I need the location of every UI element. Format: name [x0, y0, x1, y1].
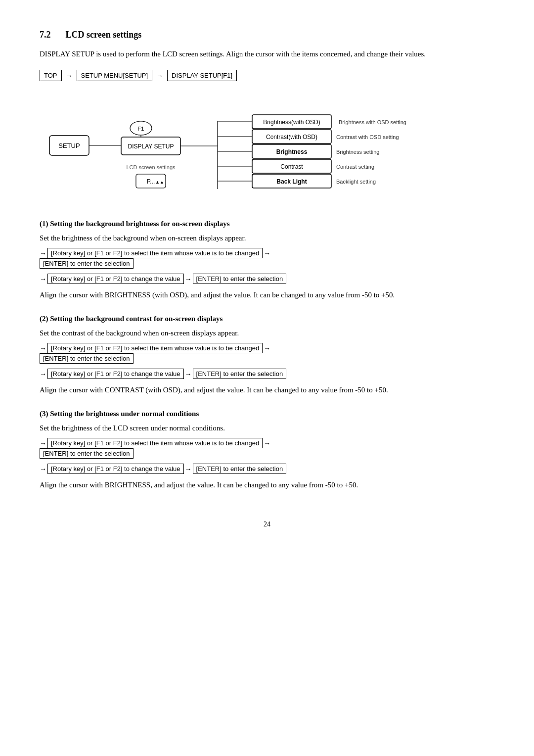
subsection-3-flow1: → [Rotary key] or [F1 or F2] to select t… — [40, 438, 494, 448]
flow2-box1: [Rotary key] or [F1 or F2] to change the… — [47, 274, 184, 284]
subsection-2-flow1: → [Rotary key] or [F1 or F2] to select t… — [40, 343, 494, 353]
s2-flow1-box1: [Rotary key] or [F1 or F2] to select the… — [47, 343, 263, 353]
s3-flow2-box1: [Rotary key] or [F1 or F2] to change the… — [47, 464, 184, 474]
subsection-2-flow2: → [Rotary key] or [F1 or F2] to change t… — [40, 369, 494, 379]
s3-flow1-arrow2: → — [264, 439, 270, 447]
svg-text:▲▲: ▲▲ — [155, 180, 164, 185]
section-number: 7.2 — [40, 30, 51, 40]
lcd-label: LCD screen settings — [126, 164, 176, 170]
flow1-arrow1: → — [40, 249, 46, 257]
breadcrumb: TOP → SETUP MENU[SETUP] → DISPLAY SETUP[… — [40, 70, 494, 81]
subsection-1-body: Align the cursor with BRIGHTNESS (with O… — [40, 289, 494, 301]
s2-flow2-arrow1: → — [40, 370, 46, 378]
intro-text: DISPLAY SETUP is used to perform the LCD… — [40, 48, 494, 60]
s2-flow2-box1: [Rotary key] or [F1 or F2] to change the… — [47, 369, 184, 379]
menu-desc-2: Contrast with OSD setting — [336, 134, 399, 140]
s3-flow1-arrow1: → — [40, 439, 46, 447]
subsection-2-title: (2) Setting the background contrast for … — [40, 315, 494, 323]
s3-flow2-arrow2: → — [185, 465, 192, 473]
subsection-1-intro: Set the brightness of the background whe… — [40, 232, 494, 244]
flow1-box1: [Rotary key] or [F1 or F2] to select the… — [47, 248, 263, 258]
s2-flow1-box2-standalone: [ENTER] to enter the selection — [40, 353, 134, 364]
p-label: P... — [147, 178, 155, 185]
subsection-2-body: Align the cursor with CONTRAST (with OSD… — [40, 384, 494, 396]
subsection-2-intro: Set the contrast of the background when … — [40, 327, 494, 339]
flow1-arrow2: → — [264, 249, 270, 257]
s3-flow2-arrow1: → — [40, 465, 46, 473]
subsection-1-flow1: → [Rotary key] or [F1 or F2] to select t… — [40, 248, 494, 258]
s2-flow2-arrow2: → — [185, 370, 192, 378]
menu-item-5: Back Light — [276, 178, 307, 185]
breadcrumb-top: TOP — [40, 70, 62, 81]
subsection-1: (1) Setting the background brightness fo… — [40, 220, 494, 301]
breadcrumb-display-setup: DISPLAY SETUP[F1] — [167, 70, 237, 81]
subsection-3-flow2: → [Rotary key] or [F1 or F2] to change t… — [40, 464, 494, 474]
menu-desc-4: Contrast setting — [336, 164, 374, 170]
subsection-3-body: Align the cursor with BRIGHTNESS, and ad… — [40, 479, 494, 491]
flow2-arrow1: → — [40, 275, 46, 283]
subsection-3-title: (3) Setting the brightness under normal … — [40, 410, 494, 418]
display-setup-label: DISPLAY SETUP — [128, 143, 174, 150]
s3-flow1-box2-standalone: [ENTER] to enter the selection — [40, 448, 134, 459]
section-title: LCD screen settings — [66, 30, 142, 40]
subsection-1-flow1b: [ENTER] to enter the selection — [40, 258, 494, 269]
s2-flow2-box2: [ENTER] to enter the selection — [193, 369, 287, 379]
s2-flow1-arrow1: → — [40, 344, 46, 352]
f1-label: F1 — [138, 126, 144, 132]
flow1-box2-standalone: [ENTER] to enter the selection — [40, 258, 134, 269]
s3-flow2-box2: [ENTER] to enter the selection — [193, 464, 287, 474]
subsection-2: (2) Setting the background contrast for … — [40, 315, 494, 396]
menu-item-3: Brightness — [276, 148, 308, 155]
subsection-3: (3) Setting the brightness under normal … — [40, 410, 494, 491]
menu-item-4: Contrast — [280, 163, 303, 170]
s2-flow1-arrow2: → — [264, 344, 270, 352]
flow2-arrow2: → — [185, 275, 192, 283]
subsection-1-title: (1) Setting the background brightness fo… — [40, 220, 494, 228]
breadcrumb-arrow-1: → — [66, 72, 73, 80]
subsection-3-flow1b: [ENTER] to enter the selection — [40, 448, 494, 459]
menu-item-2: Contrast(with OSD) — [266, 134, 317, 141]
menu-desc-5: Backlight setting — [336, 179, 376, 185]
subsection-2-flow1b: [ENTER] to enter the selection — [40, 353, 494, 364]
breadcrumb-setup-menu: SETUP MENU[SETUP] — [77, 70, 153, 81]
subsection-3-intro: Set the brightness of the LCD screen und… — [40, 422, 494, 434]
breadcrumb-arrow-2: → — [156, 72, 163, 80]
menu-desc-3: Brightness setting — [336, 149, 379, 155]
setup-label: SETUP — [58, 142, 80, 149]
page-number: 24 — [40, 520, 494, 528]
menu-item-1: Brightness(with OSD) — [263, 119, 320, 126]
diagram-container: SETUP F1 DISPLAY SETUP LCD screen settin… — [40, 96, 494, 205]
subsection-1-flow2: → [Rotary key] or [F1 or F2] to change t… — [40, 274, 494, 284]
menu-desc-1: Brightness with OSD setting — [339, 119, 406, 125]
s3-flow1-box1: [Rotary key] or [F1 or F2] to select the… — [47, 438, 263, 448]
flow2-box2: [ENTER] to enter the selection — [193, 274, 287, 284]
